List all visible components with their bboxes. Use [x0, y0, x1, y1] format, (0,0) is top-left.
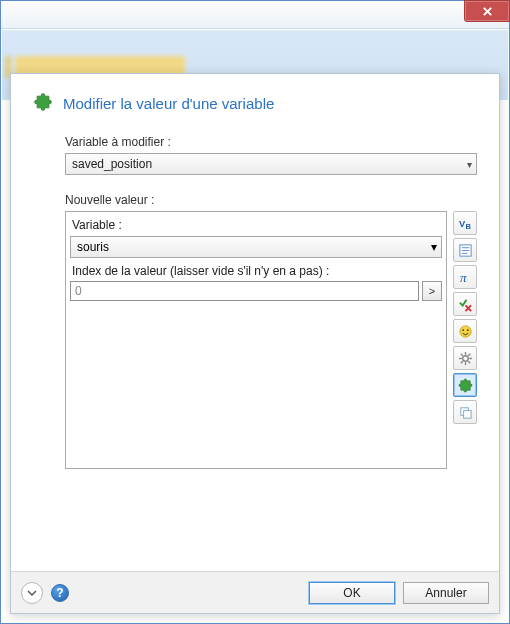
tool-vb[interactable]: VB [453, 211, 477, 235]
variable-select-value: saved_position [72, 157, 152, 171]
tool-text[interactable] [453, 238, 477, 262]
value-panel: Variable : souris ▾ Index de la valeur (… [65, 211, 447, 469]
tool-copy[interactable] [453, 400, 477, 424]
cancel-label: Annuler [425, 586, 466, 600]
svg-text:π: π [459, 270, 466, 285]
expand-button[interactable] [21, 582, 43, 604]
titlebar [1, 1, 509, 29]
svg-line-16 [468, 361, 470, 363]
svg-line-15 [460, 353, 462, 355]
svg-line-17 [468, 353, 470, 355]
svg-point-7 [459, 325, 470, 336]
svg-line-18 [460, 361, 462, 363]
check-x-icon [458, 297, 473, 312]
help-label: ? [56, 586, 63, 600]
puzzle-icon [458, 378, 473, 393]
chevron-down-icon: ▾ [431, 240, 437, 254]
panel-area: Variable : souris ▾ Index de la valeur (… [65, 211, 477, 469]
dialog-title: Modifier la valeur d'une variable [63, 95, 274, 112]
button-bar: ? OK Annuler [11, 571, 499, 613]
go-label: > [429, 285, 435, 297]
vb-icon: VB [458, 216, 473, 231]
cancel-button[interactable]: Annuler [403, 582, 489, 604]
index-row: > [70, 281, 442, 301]
chevron-down-icon [27, 588, 37, 598]
gear-icon [458, 351, 473, 366]
dialog-body: Modifier la valeur d'une variable Variab… [11, 74, 499, 571]
svg-point-10 [462, 355, 468, 361]
value-variable-select[interactable]: souris ▾ [70, 236, 442, 258]
ok-label: OK [343, 586, 360, 600]
pi-icon: π [458, 270, 473, 285]
tool-validate[interactable] [453, 292, 477, 316]
tool-math[interactable]: π [453, 265, 477, 289]
variable-select[interactable]: saved_position ▾ [65, 153, 477, 175]
tool-variable[interactable] [453, 373, 477, 397]
puzzle-icon [33, 92, 53, 115]
tool-settings[interactable] [453, 346, 477, 370]
copy-icon [458, 405, 473, 420]
dialog-header: Modifier la valeur d'une variable [33, 92, 477, 115]
svg-text:B: B [465, 222, 471, 231]
chevron-down-icon: ▾ [467, 159, 472, 170]
dialog-card: Modifier la valeur d'une variable Variab… [10, 73, 500, 614]
svg-rect-20 [463, 410, 471, 418]
variable-label: Variable à modifier : [65, 135, 477, 149]
svg-point-8 [462, 329, 464, 331]
face-icon [458, 324, 473, 339]
type-row: Variable : [70, 216, 442, 236]
tool-emoji[interactable] [453, 319, 477, 343]
index-go-button[interactable]: > [422, 281, 442, 301]
window: Modifier la valeur d'une variable Variab… [0, 0, 510, 624]
toolbar-column: VB π [453, 211, 477, 469]
close-icon [482, 6, 493, 17]
svg-point-9 [466, 329, 468, 331]
newvalue-label: Nouvelle valeur : [65, 193, 477, 207]
value-variable-select-value: souris [77, 240, 109, 254]
type-label: Variable : [72, 218, 122, 232]
ok-button[interactable]: OK [309, 582, 395, 604]
help-button[interactable]: ? [51, 584, 69, 602]
text-icon [458, 243, 473, 258]
index-label: Index de la valeur (laisser vide s'il n'… [70, 262, 442, 281]
index-input[interactable] [70, 281, 419, 301]
close-button[interactable] [464, 0, 510, 22]
